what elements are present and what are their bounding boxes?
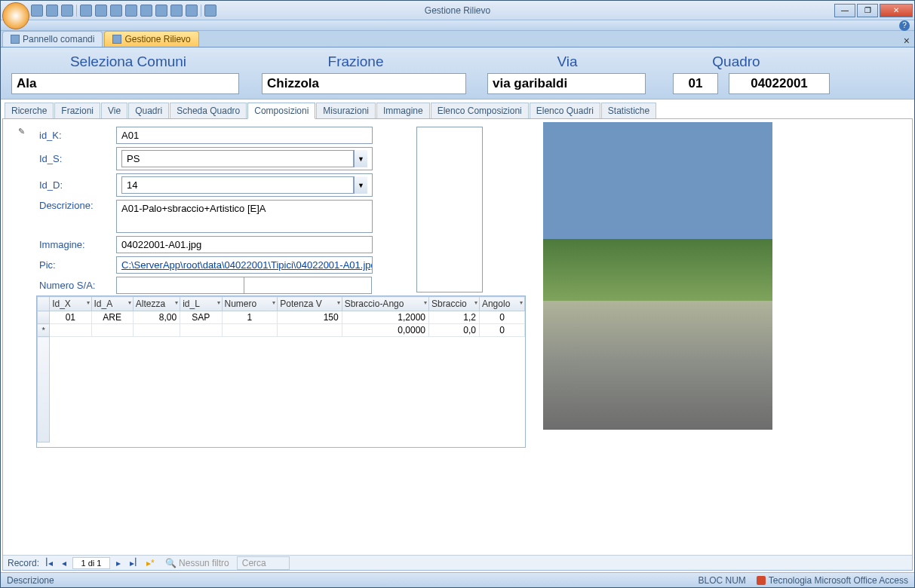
col-angolo[interactable]: Angolo▾: [479, 297, 524, 311]
cell[interactable]: 8,00: [133, 311, 180, 324]
qat-icon-2[interactable]: [95, 5, 107, 17]
recnav-prev-icon[interactable]: ◂: [59, 558, 69, 568]
row-selector[interactable]: [38, 311, 50, 324]
input-frazione[interactable]: [262, 73, 466, 94]
cell[interactable]: ARE: [91, 311, 133, 324]
label-codice: [804, 54, 895, 70]
quick-access-toolbar: [1, 5, 216, 17]
col-idl[interactable]: id_L▾: [180, 297, 222, 311]
window-buttons: — ❐ ✕: [834, 4, 914, 17]
data-grid[interactable]: Id_X▾ Id_A▾ Altezza▾ id_L▾ Numero▾ Poten…: [36, 296, 526, 448]
tab-scheda-quadro[interactable]: Scheda Quadro: [170, 103, 247, 118]
cell[interactable]: 01: [50, 311, 91, 324]
tab-gestione-rilievo[interactable]: Gestione Rilievo: [104, 31, 198, 47]
col-idx[interactable]: Id_X▾: [50, 297, 91, 311]
qat-save-icon[interactable]: [31, 5, 43, 17]
tab-composizioni[interactable]: Composizioni: [247, 103, 315, 119]
input-nsa-1[interactable]: [116, 277, 244, 294]
cell[interactable]: 150: [278, 311, 342, 324]
col-numero[interactable]: Numero▾: [222, 297, 278, 311]
input-idk[interactable]: [116, 127, 373, 144]
tab-statistiche[interactable]: Statistiche: [601, 103, 656, 118]
cell[interactable]: [180, 324, 222, 337]
qat-icon-4[interactable]: [125, 5, 137, 17]
cell[interactable]: 0: [479, 324, 524, 337]
qat-icon-7[interactable]: [170, 5, 183, 17]
tab-vie[interactable]: Vie: [101, 103, 127, 118]
combo-ids[interactable]: ▼: [116, 147, 373, 170]
col-sbraccio-ango[interactable]: Sbraccio-Ango▾: [342, 297, 428, 311]
cell[interactable]: 0,0000: [342, 324, 428, 337]
combo-idd[interactable]: ▼: [116, 173, 373, 197]
label-idd: Id_D:: [39, 179, 116, 191]
photo-preview: [543, 122, 772, 430]
input-nsa-2[interactable]: [244, 277, 372, 294]
close-button[interactable]: ✕: [880, 4, 913, 17]
qat-icon-6[interactable]: [155, 5, 167, 17]
recnav-next-icon[interactable]: ▸: [113, 558, 124, 568]
recnav-last-icon[interactable]: ▸ꟾ: [127, 558, 140, 568]
tab-pannello-comandi[interactable]: Pannello comandi: [2, 31, 103, 47]
cell[interactable]: 0,0: [429, 324, 480, 337]
input-via[interactable]: [487, 73, 646, 94]
col-potenzav[interactable]: Potenza V▾: [278, 297, 342, 311]
cell[interactable]: [278, 324, 342, 337]
cell[interactable]: [222, 324, 278, 337]
tab-misurazioni[interactable]: Misurazioni: [316, 103, 376, 118]
titlebar: Gestione Rilievo — ❐ ✕: [1, 1, 914, 20]
minimize-button[interactable]: —: [834, 4, 855, 17]
recnav-search[interactable]: Cerca: [237, 556, 290, 570]
combo-idd-input[interactable]: [121, 176, 354, 194]
recnav-first-icon[interactable]: ꟾ◂: [42, 558, 56, 568]
tab-label: Pannello comandi: [23, 34, 94, 44]
qat-undo-icon[interactable]: [46, 5, 58, 17]
qat-icon-5[interactable]: [140, 5, 152, 17]
combo-ids-input[interactable]: [121, 150, 354, 167]
qat-icon-1[interactable]: [80, 5, 92, 17]
recnav-position[interactable]: [72, 557, 110, 569]
qat-icon-9[interactable]: [204, 5, 216, 17]
tab-label: Gestione Rilievo: [124, 34, 190, 44]
cell[interactable]: 0: [479, 311, 524, 324]
tab-immagine[interactable]: Immagine: [376, 103, 430, 118]
tab-elenco-quadri[interactable]: Elenco Quadri: [530, 103, 600, 118]
tab-quadri[interactable]: Quadri: [128, 103, 169, 118]
close-tab-icon[interactable]: ×: [904, 35, 910, 47]
tab-ricerche[interactable]: Ricerche: [5, 103, 54, 118]
tab-elenco-composizioni[interactable]: Elenco Composizioni: [431, 103, 529, 118]
textarea-descrizione[interactable]: A01-Palo+sbraccio+Artistico [E]A: [116, 200, 373, 233]
form-icon: [11, 35, 20, 44]
qat-icon-3[interactable]: [110, 5, 122, 17]
input-quadro[interactable]: [673, 73, 718, 94]
label-idk: id_K:: [39, 130, 116, 141]
recnav-filter[interactable]: 🔍 Nessun filtro: [165, 558, 229, 568]
input-comuni[interactable]: [11, 73, 239, 94]
table-row-new[interactable]: * 0,0000 0,0 0: [38, 324, 525, 337]
cell[interactable]: 1,2000: [342, 311, 428, 324]
table-row[interactable]: 01 ARE 8,00 SAP 1 150 1,2000 1,2 0: [38, 311, 525, 324]
chevron-down-icon[interactable]: ▼: [354, 176, 367, 194]
chevron-down-icon[interactable]: ▼: [354, 150, 367, 167]
col-sbraccio[interactable]: Sbraccio▾: [429, 297, 480, 311]
cell[interactable]: 1,2: [429, 311, 480, 324]
input-codice[interactable]: [729, 73, 830, 94]
col-ida[interactable]: Id_A▾: [91, 297, 133, 311]
col-altezza[interactable]: Altezza▾: [133, 297, 180, 311]
cell[interactable]: [91, 324, 133, 337]
new-row-star-icon[interactable]: *: [38, 324, 50, 337]
tab-frazioni[interactable]: Frazioni: [54, 103, 100, 118]
cell[interactable]: 1: [222, 311, 278, 324]
cell[interactable]: [133, 324, 180, 337]
maximize-button[interactable]: ❐: [857, 4, 878, 17]
help-icon[interactable]: ?: [899, 20, 910, 31]
cell[interactable]: SAP: [180, 311, 222, 324]
label-immagine: Immagine:: [39, 239, 116, 250]
link-pic-path[interactable]: C:\ServerApp\root\data\04022001\Tipici\0…: [116, 256, 373, 274]
qat-redo-icon[interactable]: [61, 5, 73, 17]
qat-icon-8[interactable]: [186, 5, 198, 17]
cell[interactable]: [50, 324, 91, 337]
recnav-new-icon[interactable]: ▸*: [143, 558, 158, 568]
input-immagine[interactable]: [116, 236, 373, 253]
office-button[interactable]: [2, 2, 29, 29]
grid-corner[interactable]: [38, 297, 50, 311]
